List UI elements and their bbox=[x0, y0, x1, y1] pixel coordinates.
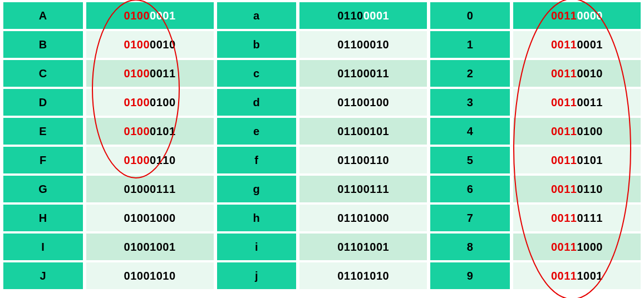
binary-prefix: 0011 bbox=[551, 212, 577, 224]
digit-char: 6 bbox=[430, 176, 510, 202]
table-row: E01000101e01100101400110100 bbox=[3, 118, 641, 145]
label-text: F bbox=[40, 154, 47, 166]
digit-binary: 00110000 bbox=[513, 2, 641, 29]
binary-suffix: 0110 bbox=[150, 154, 176, 166]
binary-prefix: 0110 bbox=[337, 270, 363, 282]
uppercase-binary: 01000101 bbox=[86, 118, 214, 145]
binary-prefix: 0100 bbox=[124, 38, 150, 51]
lowercase-binary: 01100100 bbox=[299, 89, 427, 116]
binary-prefix: 0100 bbox=[124, 183, 150, 195]
lowercase-letter: h bbox=[217, 205, 297, 231]
table-row: D01000100d01100100300110011 bbox=[3, 89, 641, 116]
lowercase-binary: 01100001 bbox=[299, 2, 427, 29]
table-row: J01001010j01101010900111001 bbox=[3, 262, 641, 289]
table-row: B01000010b01100010100110001 bbox=[3, 31, 641, 58]
label-text: 6 bbox=[467, 183, 474, 195]
lowercase-letter: b bbox=[217, 31, 297, 58]
table-row: A01000001a01100001000110000 bbox=[3, 2, 641, 29]
binary-suffix: 0001 bbox=[577, 38, 603, 51]
binary-suffix: 0000 bbox=[577, 9, 603, 22]
digit-char: 2 bbox=[430, 60, 510, 87]
digit-binary: 00110110 bbox=[513, 176, 641, 202]
label-text: A bbox=[39, 9, 47, 22]
uppercase-letter: A bbox=[3, 2, 83, 29]
label-text: 5 bbox=[467, 154, 474, 166]
label-text: 0 bbox=[467, 9, 474, 22]
binary-suffix: 0111 bbox=[363, 183, 390, 195]
binary-suffix: 1001 bbox=[577, 270, 603, 282]
digit-char: 7 bbox=[430, 205, 510, 231]
binary-prefix: 0011 bbox=[551, 9, 577, 22]
digit-binary: 00110011 bbox=[513, 89, 641, 116]
uppercase-letter: H bbox=[3, 205, 83, 231]
uppercase-binary: 01001001 bbox=[86, 234, 214, 260]
lowercase-binary: 01100011 bbox=[299, 60, 427, 87]
binary-suffix: 0011 bbox=[150, 67, 176, 80]
label-text: D bbox=[39, 96, 47, 108]
label-text: g bbox=[253, 183, 260, 195]
binary-suffix: 0100 bbox=[577, 125, 603, 137]
binary-suffix: 1000 bbox=[150, 212, 176, 224]
binary-prefix: 0110 bbox=[337, 9, 363, 22]
binary-suffix: 0010 bbox=[363, 38, 390, 51]
lowercase-binary: 01101001 bbox=[299, 234, 427, 260]
binary-prefix: 0011 bbox=[551, 96, 577, 108]
uppercase-letter: E bbox=[3, 118, 83, 145]
binary-prefix: 0110 bbox=[337, 38, 363, 51]
lowercase-letter: a bbox=[217, 2, 297, 29]
uppercase-binary: 01001010 bbox=[86, 262, 214, 289]
uppercase-letter: B bbox=[3, 31, 83, 58]
binary-suffix: 0110 bbox=[363, 154, 390, 166]
binary-suffix: 0011 bbox=[363, 67, 390, 80]
label-text: b bbox=[253, 38, 260, 51]
table-row: F01000110f01100110500110101 bbox=[3, 147, 641, 173]
binary-suffix: 0100 bbox=[363, 96, 390, 108]
binary-suffix: 0101 bbox=[577, 154, 603, 166]
uppercase-letter: I bbox=[3, 234, 83, 260]
binary-prefix: 0110 bbox=[337, 96, 363, 108]
label-text: a bbox=[253, 9, 260, 22]
digit-binary: 00111001 bbox=[513, 262, 641, 289]
uppercase-letter: C bbox=[3, 60, 83, 87]
lowercase-binary: 01101000 bbox=[299, 205, 427, 231]
binary-prefix: 0110 bbox=[337, 125, 363, 137]
lowercase-letter: i bbox=[217, 234, 297, 260]
uppercase-binary: 01000010 bbox=[86, 31, 214, 58]
label-text: c bbox=[253, 67, 260, 80]
label-text: C bbox=[39, 67, 47, 80]
binary-suffix: 0001 bbox=[150, 9, 176, 22]
label-text: 8 bbox=[467, 241, 474, 253]
table-row: G01000111g01100111600110110 bbox=[3, 176, 641, 202]
binary-prefix: 0100 bbox=[124, 154, 150, 166]
label-text: 7 bbox=[467, 212, 474, 224]
binary-prefix: 0100 bbox=[124, 241, 150, 253]
binary-suffix: 1000 bbox=[363, 212, 390, 224]
lowercase-letter: e bbox=[217, 118, 297, 145]
label-text: H bbox=[39, 212, 47, 224]
uppercase-letter: F bbox=[3, 147, 83, 173]
lowercase-binary: 01100110 bbox=[299, 147, 427, 173]
binary-suffix: 0010 bbox=[577, 67, 603, 80]
label-text: 3 bbox=[467, 96, 474, 108]
binary-prefix: 0011 bbox=[551, 125, 577, 137]
binary-prefix: 0100 bbox=[124, 9, 150, 22]
binary-suffix: 1010 bbox=[150, 270, 176, 282]
binary-prefix: 0110 bbox=[337, 154, 363, 166]
uppercase-letter: G bbox=[3, 176, 83, 202]
label-text: 4 bbox=[467, 125, 474, 137]
binary-prefix: 0011 bbox=[551, 67, 577, 80]
digit-binary: 00110101 bbox=[513, 147, 641, 173]
ascii-binary-table: A01000001a01100001000110000B01000010b011… bbox=[0, 0, 644, 291]
binary-suffix: 1000 bbox=[577, 241, 603, 253]
label-text: e bbox=[253, 125, 260, 137]
lowercase-letter: j bbox=[217, 262, 297, 289]
digit-binary: 00110010 bbox=[513, 60, 641, 87]
binary-prefix: 0100 bbox=[124, 270, 150, 282]
binary-suffix: 0011 bbox=[577, 96, 603, 108]
label-text: I bbox=[41, 241, 45, 253]
digit-char: 0 bbox=[430, 2, 510, 29]
label-text: h bbox=[253, 212, 260, 224]
binary-suffix: 1010 bbox=[363, 270, 390, 282]
label-text: G bbox=[38, 183, 47, 195]
ascii-binary-table-container: A01000001a01100001000110000B01000010b011… bbox=[0, 0, 644, 298]
